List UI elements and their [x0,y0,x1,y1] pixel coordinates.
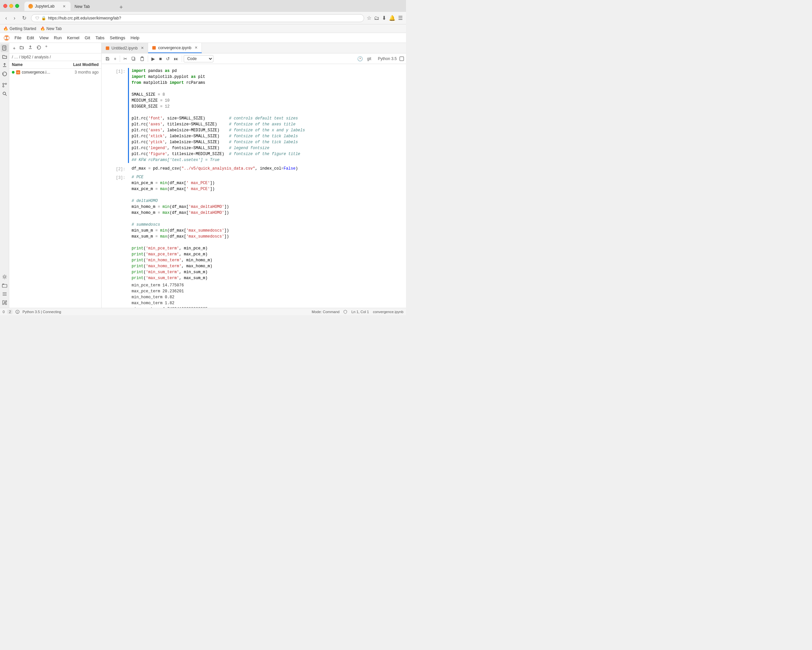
clock-button[interactable]: 🕐 [356,55,365,62]
paste-button[interactable] [138,55,146,62]
cell-2: [2]: df_max = pd.read_csv("../v5/quick_a… [108,166,399,171]
bookmark-icon-2: 🔥 [40,26,45,31]
tab-close-button[interactable]: ✕ [61,4,67,9]
run-button[interactable]: ▶ [150,55,157,62]
kernel-status-text: Python 3.5 | Connecting [23,310,61,314]
bookmark-icon-1: 🔥 [3,26,8,31]
new-tab-button[interactable]: + [117,4,126,11]
address-bar[interactable]: 🛡 🔒 https://hub.crc.pitt.edu/user/kimwon… [31,14,364,22]
sidebar-icon-upload[interactable] [1,61,9,69]
cell-3-number: [3]: [108,174,128,308]
notebook-tab-label-untitled: Untitled2.ipynb [111,46,137,50]
git-button[interactable] [44,44,52,52]
svg-rect-21 [106,46,110,50]
menu-settings[interactable]: Settings [107,34,128,41]
menu-view[interactable]: View [37,34,51,41]
close-button[interactable] [3,4,7,8]
sidebar-icon-list[interactable] [1,290,9,298]
bookmarks-bar: 🔥 Getting Started 🔥 New Tab [0,24,406,33]
browser-tab-jupyterlab[interactable]: JupyterLab ✕ [24,2,70,11]
cell-2-content[interactable]: df_max = pd.read_csv("../v5/quick_analys… [128,166,399,171]
menu-button[interactable]: ☰ [398,15,403,21]
status-left: 0 2 Python 3.5 | Connecting [3,309,61,314]
save-button[interactable] [104,55,111,62]
nav-bar: ‹ › ↻ 🛡 🔒 https://hub.crc.pitt.edu/user/… [0,12,406,24]
kernel-status-button[interactable] [399,57,404,61]
interrupt-button[interactable]: ■ [157,55,163,62]
bookmark-new-tab[interactable]: 🔥 New Tab [40,26,62,31]
menu-git[interactable]: Git [82,34,93,41]
menu-kernel[interactable]: Kernel [64,34,82,41]
browser-tab-newtab[interactable]: New Tab [70,2,117,11]
notebook-tab-convergence[interactable]: convergence.ipynb ✕ [148,43,202,53]
cell-3-output: min_pce_term 14.775076 max_pce_term 20.2… [131,281,399,308]
download-button[interactable]: ⬇ [382,15,386,21]
save-to-pocket-button[interactable]: 🗂 [374,15,379,21]
run-all-button[interactable]: ⏭ [172,55,180,62]
maximize-button[interactable] [15,4,19,8]
sidebar-icon-refresh[interactable] [1,70,9,78]
restart-button[interactable]: ↺ [164,55,171,62]
extensions-button[interactable]: 🔔 [389,15,395,21]
cell-3-content[interactable]: # PCE min_pce_m = min(df_max[' max_PCE']… [128,174,399,308]
status-right: Mode: Command Ln 1, Col 1 convergence.ip… [312,310,403,314]
jupyter-tab-icon [28,4,33,9]
svg-point-3 [6,37,7,38]
refresh-button[interactable] [35,44,43,52]
sidebar-icon-folder-open[interactable] [1,281,9,289]
cell-2-code: df_max = pd.read_csv("../v5/quick_analys… [131,166,399,171]
copy-button[interactable] [130,55,137,62]
toolbar-separator-1 [120,55,120,62]
cell-type-select[interactable]: Code Markdown Raw [184,55,214,62]
notebook-tab-untitled[interactable]: Untitled2.ipynb ✕ [102,43,148,53]
bookmark-star-button[interactable]: ☆ [367,15,371,21]
sidebar-icon-files[interactable] [1,44,9,52]
cut-button[interactable]: ✂ [122,55,129,62]
tab-label: JupyterLab [35,4,54,9]
notebook-tab-close-untitled[interactable]: ✕ [141,46,144,50]
reload-button[interactable]: ↻ [20,14,28,23]
new-folder-button[interactable] [18,44,26,52]
cell-1-code: import pandas as pd import matplotlib.py… [131,68,399,163]
url-text: https://hub.crc.pitt.edu/user/kimwong/la… [48,16,121,20]
column-name-header: Name [12,62,63,67]
mode-text: Mode: Command [312,310,339,314]
upload-button[interactable] [26,44,34,52]
add-cell-button[interactable]: + [112,55,118,62]
status-badge-num: 2 [7,309,12,314]
menu-edit[interactable]: Edit [24,34,37,41]
sidebar-icon-settings[interactable] [1,273,9,281]
file-item-convergence[interactable]: nb convergence.i… 3 months ago [9,69,101,76]
file-status-dot [12,71,15,73]
sidebar-icon-git[interactable] [1,81,9,89]
minimize-button[interactable] [9,4,13,8]
security-icon: 🛡 [35,16,39,20]
status-zero: 0 [3,310,5,314]
forward-button[interactable]: › [12,14,17,23]
filename-text: convergence.ipynb [373,310,403,314]
file-list-header: Name Last Modified [9,61,101,69]
menu-tabs[interactable]: Tabs [93,34,107,41]
kernel-label: Python 3.5 [378,57,397,61]
sidebar-icon-search[interactable] [1,90,9,98]
svg-point-18 [46,46,47,47]
svg-point-12 [4,276,6,278]
cell-1: [1]: import pandas as pd import matplotl… [108,68,399,163]
svg-point-31 [17,312,18,313]
bookmark-getting-started[interactable]: 🔥 Getting Started [3,26,36,31]
new-file-button[interactable]: + [11,44,17,52]
cell-1-content[interactable]: import pandas as pd import matplotlib.py… [128,68,399,163]
menu-help[interactable]: Help [128,34,142,41]
menu-run[interactable]: Run [51,34,64,41]
back-button[interactable]: ‹ [3,14,9,23]
sidebar-icon-puzzle[interactable] [1,298,9,306]
svg-point-7 [3,83,4,84]
svg-point-1 [5,36,8,37]
sidebar-icon-new-folder[interactable] [1,53,9,61]
notebook-tab-label-convergence: convergence.ipynb [158,46,191,50]
toolbar-right: 🕐 git Python 3.5 [356,55,404,62]
notebook-area: Untitled2.ipynb ✕ convergence.ipynb ✕ + [102,43,406,308]
menu-file[interactable]: File [12,34,24,41]
bookmark-label-1: Getting Started [9,26,36,31]
notebook-tab-close-convergence[interactable]: ✕ [195,46,198,50]
